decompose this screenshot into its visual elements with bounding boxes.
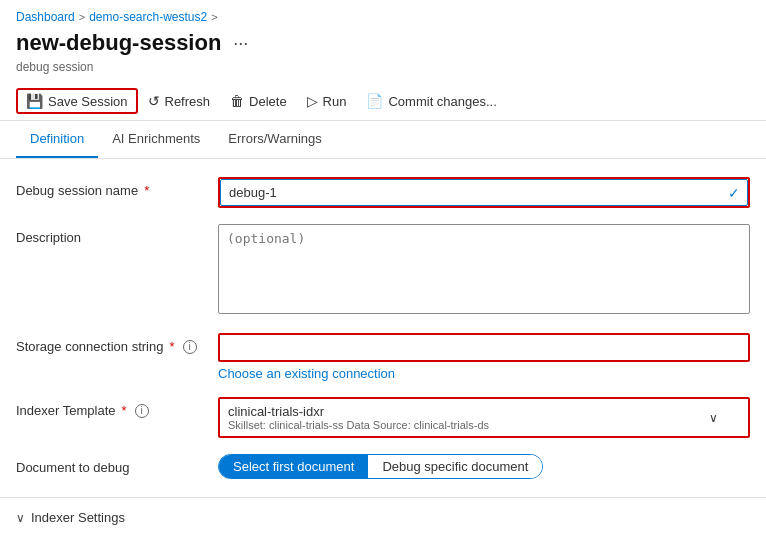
doc-debug-label: Document to debug [16,454,206,475]
description-input[interactable] [218,224,750,314]
toolbar: 💾 Save Session ↺ Refresh 🗑 Delete ▷ Run … [0,82,766,121]
page-title: new-debug-session [16,30,221,56]
refresh-label: Refresh [165,94,211,109]
select-first-doc-button[interactable]: Select first document [219,455,368,478]
storage-required: * [169,339,174,354]
storage-input[interactable] [220,335,748,360]
run-button[interactable]: ▷ Run [297,88,357,114]
ellipsis-button[interactable]: ··· [229,31,252,56]
description-input-wrapper [218,224,750,317]
indexer-settings-section[interactable]: ∨ Indexer Settings [0,497,766,537]
page-title-row: new-debug-session ··· [0,28,766,60]
indexer-settings-label: Indexer Settings [31,510,125,525]
delete-button[interactable]: 🗑 Delete [220,88,297,114]
breadcrumb-search[interactable]: demo-search-westus2 [89,10,207,24]
breadcrumb-sep-2: > [211,11,217,23]
storage-input-wrapper: Choose an existing connection [218,333,750,381]
session-name-input[interactable] [220,179,748,206]
session-name-required: * [144,183,149,198]
storage-info-icon[interactable]: i [183,340,197,354]
indexer-main-value: clinical-trials-idxr [228,404,489,419]
tab-errors-warnings[interactable]: Errors/Warnings [214,121,335,158]
session-name-label: Debug session name * [16,177,206,198]
indexer-select-wrapper: clinical-trials-idxr Skillset: clinical-… [218,397,750,438]
indexer-select[interactable]: clinical-trials-idxr Skillset: clinical-… [218,397,750,438]
commit-button[interactable]: 📄 Commit changes... [356,88,506,114]
commit-label: Commit changes... [388,94,496,109]
commit-icon: 📄 [366,93,383,109]
indexer-label: Indexer Template * i [16,397,206,418]
description-label: Description [16,224,206,245]
delete-label: Delete [249,94,287,109]
session-name-row: Debug session name * ✓ [16,177,750,208]
page-subtitle: debug session [0,60,766,82]
indexer-chevron-icon: ∨ [709,411,718,425]
tab-ai-enrichments[interactable]: AI Enrichments [98,121,214,158]
breadcrumb-sep-1: > [79,11,85,23]
tabs-bar: Definition AI Enrichments Errors/Warning… [0,121,766,159]
storage-label: Storage connection string * i [16,333,206,354]
form-area: Debug session name * ✓ Description Stora… [0,159,766,497]
storage-row: Storage connection string * i Choose an … [16,333,750,381]
description-row: Description [16,224,750,317]
indexer-sub-value: Skillset: clinical-trials-ss Data Source… [228,419,489,431]
breadcrumb: Dashboard > demo-search-westus2 > [0,0,766,28]
refresh-button[interactable]: ↺ Refresh [138,88,221,114]
indexer-info-icon[interactable]: i [135,404,149,418]
run-label: Run [323,94,347,109]
save-session-button[interactable]: 💾 Save Session [16,88,138,114]
indexer-settings-chevron-icon: ∨ [16,511,25,525]
session-name-check-icon: ✓ [728,185,740,201]
breadcrumb-dashboard[interactable]: Dashboard [16,10,75,24]
indexer-row: Indexer Template * i clinical-trials-idx… [16,397,750,438]
delete-icon: 🗑 [230,93,244,109]
save-icon: 💾 [26,93,43,109]
save-session-label: Save Session [48,94,128,109]
doc-debug-pill-group: Select first document Debug specific doc… [218,454,543,479]
tab-definition[interactable]: Definition [16,121,98,158]
storage-connection-link[interactable]: Choose an existing connection [218,366,750,381]
doc-debug-row: Document to debug Select first document … [16,454,750,479]
refresh-icon: ↺ [148,93,160,109]
run-icon: ▷ [307,93,318,109]
indexer-required: * [122,403,127,418]
session-name-input-wrapper: ✓ [218,177,750,208]
debug-specific-doc-button[interactable]: Debug specific document [368,455,542,478]
